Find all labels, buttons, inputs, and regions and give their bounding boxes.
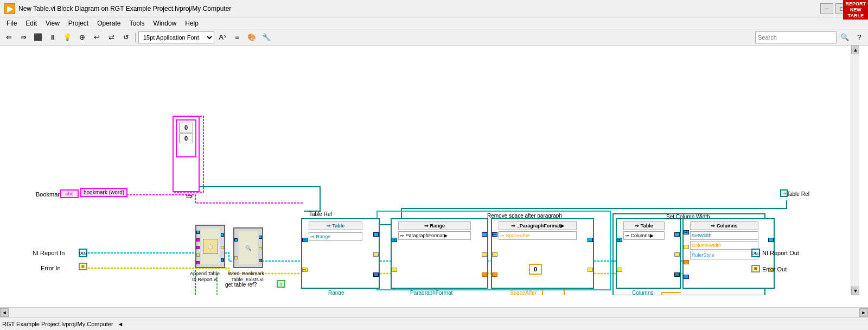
array-control[interactable]: 0 0 bbox=[173, 116, 200, 192]
bulb-button[interactable]: 💡 bbox=[61, 31, 74, 43]
columns-cluster[interactable]: ⇒ ⇒ Columns SetWidth ColumnWidth RulerSt… bbox=[682, 218, 775, 289]
tool-btn[interactable]: 🔧 bbox=[260, 31, 273, 43]
vertical-scrollbar[interactable]: ▲ ▼ bbox=[851, 46, 859, 295]
ni-report-in-label: NI Report In bbox=[33, 250, 65, 256]
menu-item-project[interactable]: Project bbox=[64, 18, 93, 28]
paragraph-format-cluster[interactable]: ⇒ ⇒ _ParagraphFormat▶ ⇒ SpaceAfter bbox=[491, 218, 594, 289]
font-size-btn[interactable]: Aˢ bbox=[216, 31, 229, 43]
menu-item-tools[interactable]: Tools bbox=[125, 18, 149, 28]
font-selector[interactable]: 15pt Application Font bbox=[138, 31, 214, 43]
error-out-terminal[interactable]: ⊞ bbox=[751, 265, 760, 272]
table-ref-label-1: Table Ref bbox=[309, 211, 332, 217]
get-table-ref-terminal[interactable]: T bbox=[277, 280, 285, 288]
table-ref-right-label: Table Ref bbox=[787, 191, 809, 197]
menu-item-help[interactable]: Help bbox=[181, 18, 203, 28]
search-icon[interactable]: 🔍 bbox=[838, 31, 851, 43]
separator-1 bbox=[135, 33, 136, 42]
step-out-button[interactable]: ↺ bbox=[119, 31, 132, 43]
app-icon: ▶ bbox=[4, 3, 15, 14]
bookmark-arrow: ⇒ bbox=[186, 191, 193, 201]
step-over-button[interactable]: ⇄ bbox=[105, 31, 118, 43]
word-bookmark-node[interactable]: 🔍 bbox=[233, 227, 263, 268]
menu-item-operate[interactable]: Operate bbox=[93, 18, 125, 28]
word-bookmark-label: Word_Bookmark_Table_Exists.vi bbox=[228, 271, 264, 283]
status-bar: RGT Example Project.lvproj/My Computer ◄ bbox=[0, 317, 868, 330]
back-button[interactable]: ⇐ bbox=[2, 31, 15, 43]
ni-report-out-label: NI Report Out bbox=[762, 250, 799, 256]
menu-item-view[interactable]: View bbox=[41, 18, 64, 28]
report-table-badge: REPORT NEW TABLE bbox=[843, 0, 868, 20]
table-ref-right-terminal[interactable]: ⇒ bbox=[780, 189, 788, 197]
bookmark-label: Bookmark bbox=[36, 191, 63, 198]
error-in-terminal[interactable]: ⊞ bbox=[79, 263, 87, 270]
menu-item-edit[interactable]: Edit bbox=[21, 18, 41, 28]
window-title: New Table.vi Block Diagram on RGT Exampl… bbox=[18, 5, 820, 12]
range-cluster-block[interactable]: ⇒ ⇒ Range ⇒ ParagraphFormat▶ bbox=[391, 218, 488, 289]
error-in-label: Error In bbox=[41, 265, 61, 271]
toolbar: ⇐ ⇒ ⬛ ⏸ 💡 ⊕ ↩ ⇄ ↺ 15pt Application Font … bbox=[0, 29, 868, 46]
help-button[interactable]: ? bbox=[853, 31, 866, 43]
range-label-bottom: Range bbox=[328, 290, 344, 295]
columns-label-bottom: Columns bbox=[632, 290, 653, 295]
menu-bar: FileEditViewProjectOperateToolsWindowHel… bbox=[0, 17, 868, 29]
append-table-node[interactable]: 📋 bbox=[195, 225, 225, 268]
horizontal-scrollbar[interactable]: ◄ ► bbox=[0, 307, 868, 317]
minimize-button[interactable]: ─ bbox=[820, 3, 833, 14]
table-cluster-2[interactable]: ⇒ ⇒ Table ⇒ Columns▶ bbox=[616, 218, 681, 289]
table-cluster-block[interactable]: ⇒ ⇒ ⇒ Table ⇒ Range bbox=[301, 218, 380, 289]
menu-item-file[interactable]: File bbox=[2, 18, 21, 28]
append-table-label: Append Tableto Report.vi bbox=[190, 271, 220, 283]
title-bar: ▶ New Table.vi Block Diagram on RGT Exam… bbox=[0, 0, 868, 17]
pause-button[interactable]: ⏸ bbox=[46, 31, 59, 43]
scroll-indicator: ◄ bbox=[118, 321, 124, 327]
align-btn[interactable]: ≡ bbox=[231, 31, 244, 43]
ni-report-out-terminal[interactable]: OBJ bbox=[751, 249, 760, 257]
menu-item-window[interactable]: Window bbox=[149, 18, 181, 28]
error-out-label: Error Out bbox=[762, 266, 787, 272]
canvas-wrapper: 0 0 Bookmark abc bookmark (word) ⇒ NI Re… bbox=[0, 46, 868, 307]
ni-report-in-terminal[interactable]: OBJ bbox=[79, 249, 87, 257]
space-after-label: SpaceAfter bbox=[510, 290, 537, 295]
probe-button[interactable]: ⊕ bbox=[75, 31, 88, 43]
abort-button[interactable]: ⬛ bbox=[31, 31, 44, 43]
bookmark-terminal[interactable]: abc bbox=[60, 189, 79, 198]
project-path: RGT Example Project.lvproj/My Computer bbox=[2, 321, 113, 327]
block-diagram-canvas[interactable]: 0 0 Bookmark abc bookmark (word) ⇒ NI Re… bbox=[0, 46, 859, 295]
zero-value[interactable]: 0 bbox=[529, 264, 542, 275]
search-input[interactable] bbox=[755, 31, 837, 43]
get-table-ref-label: get table ref? bbox=[225, 282, 257, 288]
forward-button[interactable]: ⇒ bbox=[17, 31, 30, 43]
paragraph-format-label: ParagraphFormat bbox=[410, 290, 452, 295]
step-into-button[interactable]: ↩ bbox=[90, 31, 103, 43]
bookmark-word-terminal[interactable]: bookmark (word) bbox=[80, 188, 127, 197]
color-btn[interactable]: 🎨 bbox=[245, 31, 258, 43]
